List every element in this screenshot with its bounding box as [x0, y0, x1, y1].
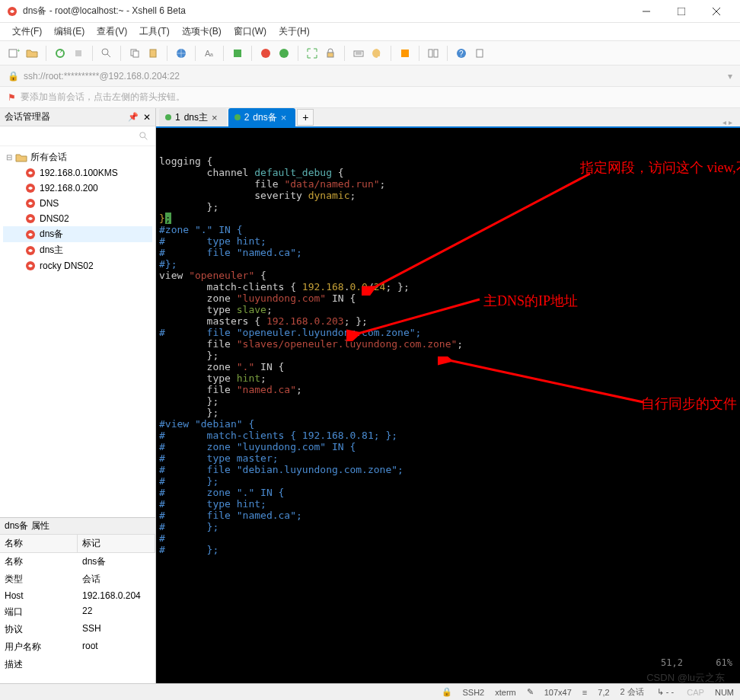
prop-value: 192.168.0.204 [78, 588, 155, 603]
session-item[interactable]: 192.168.0.100KMS [3, 165, 152, 181]
search-icon[interactable] [99, 46, 114, 61]
svg-point-30 [140, 132, 145, 137]
prop-value: dns备 [78, 553, 155, 571]
session-label: 192.168.0.200 [40, 183, 98, 193]
terminal-line: # type master; [159, 452, 737, 464]
terminal-line: type hint; [159, 372, 737, 384]
menu-file[interactable]: 文件(F) [8, 24, 46, 40]
menubar: 文件(F) 编辑(E) 查看(V) 工具(T) 选项卡(B) 窗口(W) 关于(… [0, 23, 740, 41]
copy-icon[interactable] [127, 46, 142, 61]
tab-label: dns主 [184, 111, 208, 124]
help-icon[interactable]: ? [454, 46, 469, 61]
terminal-line: #zone "." IN { [159, 224, 737, 235]
svg-rect-2 [678, 8, 685, 15]
expand-icon[interactable]: ⊟ [6, 153, 12, 161]
property-row: 名称dns备 [0, 553, 155, 571]
panel-close-icon[interactable]: ✕ [143, 112, 151, 123]
xftp-icon[interactable] [276, 46, 292, 61]
session-label: 192.168.0.100KMS [40, 168, 118, 178]
prop-key: 名称 [0, 553, 78, 571]
svg-line-31 [145, 136, 148, 139]
session-icon [24, 213, 37, 225]
terminal-line: logging { [159, 155, 737, 167]
session-tab[interactable]: 1dns主× [159, 108, 227, 126]
session-item[interactable]: rocky DNS02 [3, 258, 152, 273]
terminal-line: channel default_debug { [159, 167, 737, 178]
font-icon[interactable]: Aa [202, 46, 217, 61]
prop-value: 会话 [78, 571, 155, 588]
menu-window[interactable]: 窗口(W) [229, 24, 271, 40]
minimize-button[interactable] [629, 0, 664, 23]
titlebar: dns备 - root@localhost:~ - Xshell 6 Beta [0, 0, 740, 23]
session-search[interactable] [0, 126, 155, 146]
palette-icon[interactable] [369, 46, 384, 61]
flag-icon: ⚑ [8, 92, 16, 103]
session-label: dns主 [40, 244, 63, 257]
menu-view[interactable]: 查看(V) [92, 24, 132, 40]
xshell-icon[interactable] [258, 46, 273, 61]
session-item[interactable]: dns主 [3, 242, 152, 258]
prop-key: 用户名称 [0, 638, 78, 656]
property-row: 端口22 [0, 603, 155, 621]
session-item[interactable]: dns备 [3, 226, 152, 242]
prop-value: root [78, 638, 155, 656]
fullscreen-icon[interactable] [305, 46, 320, 61]
menu-tools[interactable]: 工具(T) [135, 24, 174, 40]
svg-rect-25 [429, 50, 432, 57]
session-item[interactable]: DNS02 [3, 211, 152, 226]
tree-root[interactable]: ⊟ 所有会话 [3, 149, 152, 165]
globe-icon[interactable] [174, 46, 189, 61]
terminal-line: # file "debian.luyundong.com.zone"; [159, 464, 737, 475]
paste-icon[interactable] [145, 46, 161, 61]
terminal-line: # type hint; [159, 498, 737, 510]
terminal-line: # file "named.ca"; [159, 247, 737, 258]
svg-rect-17 [234, 50, 241, 57]
svg-rect-29 [477, 50, 483, 57]
svg-point-18 [261, 49, 270, 58]
new-session-icon[interactable]: + [6, 46, 21, 61]
layout-icon[interactable] [426, 46, 441, 61]
maximize-button[interactable] [664, 0, 699, 23]
tab-close-icon[interactable]: × [281, 112, 287, 123]
dropdown-icon[interactable]: ▾ [728, 71, 732, 82]
open-folder-icon[interactable] [24, 46, 40, 61]
add-tab-button[interactable]: + [297, 109, 314, 126]
tab-close-icon[interactable]: × [212, 112, 218, 123]
keyboard-icon[interactable] [351, 46, 366, 61]
status-dot-icon [234, 114, 241, 120]
panel-title: 会话管理器 📌 ✕ [0, 108, 155, 126]
toolbar: + Aa ? [0, 41, 740, 66]
session-icon [24, 182, 37, 194]
menu-help[interactable]: 关于(H) [274, 24, 314, 40]
color-icon[interactable] [230, 46, 245, 61]
properties-title: dns备 属性 [0, 518, 155, 535]
status-cursor-icon: ≡ [582, 688, 587, 697]
status-pencil-icon: ✎ [527, 687, 534, 697]
lock-icon[interactable] [323, 46, 338, 61]
terminal-line: type slave; [159, 304, 737, 315]
session-item[interactable]: DNS [3, 196, 152, 211]
address-bar[interactable]: 🔒 ssh://root:**********@192.168.0.204:22… [0, 66, 740, 87]
reconnect-icon[interactable] [53, 46, 68, 61]
terminal-line: zone "." IN { [159, 361, 737, 372]
tip-bar: ⚑ 要添加当前会话，点击左侧的箭头按钮。 [0, 87, 740, 108]
prop-value: 22 [78, 603, 155, 621]
terminal-line: # }; [159, 544, 737, 555]
close-button[interactable] [699, 0, 734, 23]
address-text: ssh://root:**********@192.168.0.204:22 [24, 71, 180, 82]
disconnect-icon[interactable] [71, 46, 86, 61]
terminal[interactable]: logging { channel default_debug { file "… [156, 128, 740, 683]
session-label: DNS02 [40, 213, 69, 224]
pin-icon[interactable]: 📌 [128, 112, 139, 122]
property-row: 描述 [0, 656, 155, 673]
terminal-line: }; [159, 395, 737, 407]
terminal-line: #}; [159, 258, 737, 270]
highlight-icon[interactable] [397, 46, 413, 61]
menu-edit[interactable]: 编辑(E) [49, 24, 89, 40]
session-tab[interactable]: 2dns备× [228, 108, 296, 126]
tab-nav-arrows[interactable]: ◂ ▸ [722, 118, 737, 126]
session-item[interactable]: 192.168.0.200 [3, 181, 152, 196]
menu-tabs[interactable]: 选项卡(B) [177, 24, 226, 40]
about-icon[interactable] [472, 46, 487, 61]
terminal-line: zone "luyundong.com" IN { [159, 292, 737, 304]
